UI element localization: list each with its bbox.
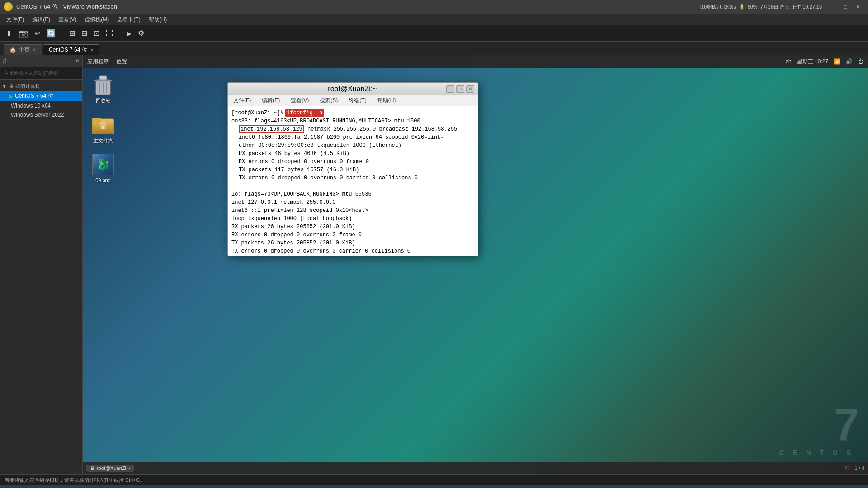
home-icon: 🏠 bbox=[9, 47, 16, 53]
menu-view[interactable]: 查看(V) bbox=[55, 15, 80, 24]
terminal-menubar: 文件(F) 编辑(E) 查看(V) 搜索(S) 终端(T) 帮助(H) bbox=[228, 95, 478, 106]
term-menu-help[interactable]: 帮助(H) bbox=[376, 96, 398, 105]
desktop-icon-home-folder[interactable]: 主文件夹 bbox=[87, 113, 119, 145]
term-menu-file[interactable]: 文件(F) bbox=[231, 96, 253, 105]
vmware-statusbar: 若要将输入定向到虚拟机，请将鼠标指针移入其中或按 Ctrl+G。 bbox=[0, 474, 868, 485]
tab-bar: 🏠 主页 ✕ CentOS 7 64 位 ✕ bbox=[0, 42, 868, 55]
sidebar-item-my-computer[interactable]: ▼ 🖥 我的计算机 bbox=[0, 81, 82, 91]
home-folder-label: 主文件夹 bbox=[92, 137, 114, 145]
sidebar-search-input[interactable] bbox=[0, 67, 82, 80]
svg-rect-9 bbox=[92, 118, 101, 122]
sidebar-close-icon[interactable]: ✕ bbox=[75, 58, 80, 64]
menu-edit[interactable]: 编辑(E) bbox=[28, 15, 54, 24]
sidebar-item-winserver[interactable]: Windows Server 2022 bbox=[0, 110, 82, 119]
taskbar-terminal-label: root@XuanZi:~ bbox=[97, 465, 130, 471]
tab-home[interactable]: 🏠 主页 ✕ bbox=[4, 44, 42, 55]
terminal-maximize-button[interactable]: □ bbox=[456, 85, 464, 93]
terminal-ip-highlight: inet 192.168.58.129 bbox=[239, 125, 304, 133]
centos-datetime: 星期三 10:27 bbox=[797, 58, 828, 66]
tab-centos-label: CentOS 7 64 位 bbox=[49, 46, 87, 54]
fullscreen-button[interactable]: ⛶ bbox=[104, 28, 115, 38]
sidebar-item-centos[interactable]: ▶ CentOS 7 64 位 bbox=[0, 91, 82, 101]
main-content: 库 ✕ ▼ 🖥 我的计算机 ▶ CentOS 7 64 位 Windows 10… bbox=[0, 55, 868, 474]
revert-button[interactable]: ↩ bbox=[33, 28, 42, 38]
image-thumbnail bbox=[92, 154, 114, 175]
vm-desktop[interactable]: 应用程序 位置 zh 星期三 10:27 📶 🔊 ⏻ bbox=[83, 55, 868, 474]
term-menu-search[interactable]: 搜索(S) bbox=[318, 96, 340, 105]
terminal-button[interactable]: ▶ bbox=[125, 29, 133, 38]
maximize-button[interactable]: □ bbox=[839, 2, 852, 11]
centos-lang: zh bbox=[786, 58, 792, 65]
terminal-prompt: [root@XuanZi ~]# bbox=[231, 109, 283, 117]
trash-icon bbox=[92, 73, 114, 95]
terminal-output-ens33-inet: inet 192.168.58.129 netmask 255.255.255.… bbox=[231, 125, 474, 133]
terminal-close-button[interactable]: ✕ bbox=[466, 85, 474, 93]
terminal-output-ens33-ether: ether 00:0c:29:c9:00:e8 txqueuelen 1000 … bbox=[231, 141, 474, 150]
terminal-title: root@XuanZi:~ bbox=[328, 85, 377, 93]
term-menu-terminal[interactable]: 终端(T) bbox=[347, 96, 368, 105]
tab-home-label: 主页 bbox=[19, 46, 30, 54]
power-icon: ⏻ bbox=[858, 58, 863, 65]
vmware-menubar: 文件(F) 编辑(E) 查看(V) 虚拟机(M) 选项卡(T) 帮助(H) bbox=[0, 14, 868, 25]
centos-places-menu[interactable]: 位置 bbox=[116, 58, 127, 66]
sidebar-header: 库 ✕ bbox=[0, 55, 82, 67]
sidebar-item-win10[interactable]: Windows 10 x64 bbox=[0, 101, 82, 110]
tab-centos-close[interactable]: ✕ bbox=[90, 47, 94, 52]
pause-button[interactable]: ⏸ bbox=[4, 28, 14, 38]
battery-icon: 🔋 bbox=[739, 4, 745, 10]
terminal-minimize-button[interactable]: ─ bbox=[446, 85, 454, 93]
terminal-output-ens33-tx1: TX packets 117 bytes 16757 (16.3 KiB) bbox=[231, 166, 474, 174]
close-button[interactable]: ✕ bbox=[852, 2, 864, 11]
page-indicator: 1 / 4 bbox=[855, 465, 864, 471]
terminal-output-lo-flags: lo: flags=73<UP,LOOPBACK,RUNNING> mtu 65… bbox=[231, 190, 474, 198]
desktop-icons: 回收站 bbox=[87, 73, 119, 183]
desktop-icon-trash[interactable]: 回收站 bbox=[87, 73, 119, 104]
terminal-output-lo-txerr: TX errors 0 dropped 0 overruns 0 carrier… bbox=[231, 247, 474, 255]
desktop-icon-image[interactable]: 09.png bbox=[87, 154, 119, 183]
terminal-output-ens33-flags: ens33: flags=4163<UP,BROADCAST,RUNNING,M… bbox=[231, 117, 474, 125]
terminal-window[interactable]: root@XuanZi:~ ─ □ ✕ 文件(F) 编辑(E) 查看(V) 搜索… bbox=[227, 82, 478, 256]
vmware-toolbar: ⏸ 📷 ↩ 🔄 ⊞ ⊟ ⊡ ⛶ ▶ ⚙ bbox=[0, 25, 868, 42]
refresh-button[interactable]: 🔄 bbox=[45, 28, 57, 38]
taskbar-terminal-item[interactable]: 🖥 root@XuanZi:~ bbox=[86, 465, 134, 472]
centos-apps-menu[interactable]: 应用程序 bbox=[87, 58, 109, 66]
menu-vm[interactable]: 虚拟机(M) bbox=[81, 15, 113, 24]
terminal-output-lo-rxerr: RX errors 0 dropped 0 overruns 0 frame 0 bbox=[231, 231, 474, 239]
centos-logo-text: C E N T O S bbox=[779, 449, 854, 456]
taskbar-terminal-icon: 🖥 bbox=[90, 465, 95, 471]
minimize-button[interactable]: ─ bbox=[826, 2, 839, 11]
term-menu-view[interactable]: 查看(V) bbox=[289, 96, 311, 105]
menu-file[interactable]: 文件(F) bbox=[3, 15, 28, 24]
vm-run-icon: ▶ bbox=[9, 93, 13, 99]
centos-label: CentOS 7 64 位 bbox=[15, 92, 53, 100]
terminal-output-lo-rx1: RX packets 26 bytes 205852 (201.0 KiB) bbox=[231, 223, 474, 231]
term-menu-edit[interactable]: 编辑(E) bbox=[260, 96, 282, 105]
terminal-prompt-line: [root@XuanZi ~]# ifconfig -a bbox=[231, 109, 474, 117]
view-button-1[interactable]: ⊞ bbox=[67, 28, 77, 38]
svg-rect-2 bbox=[99, 76, 107, 80]
settings-button[interactable]: ⚙ bbox=[136, 28, 146, 38]
view-button-3[interactable]: ⊡ bbox=[92, 28, 101, 38]
terminal-titlebar: root@XuanZi:~ ─ □ ✕ bbox=[228, 83, 478, 95]
terminal-output-ens33-inet6: inet6 fe80::1869:faf2:1587:b260 prefixle… bbox=[231, 133, 474, 141]
terminal-ens33-inet-rest: netmask 255.255.255.0 broadcast 192.168.… bbox=[304, 126, 457, 132]
terminal-body[interactable]: [root@XuanZi ~]# ifconfig -a ens33: flag… bbox=[228, 106, 478, 256]
vmware-titlebar: CentOS 7 64 位 - VMware Workstation 0.06K… bbox=[0, 0, 868, 14]
view-button-2[interactable]: ⊟ bbox=[80, 28, 89, 38]
terminal-controls[interactable]: ─ □ ✕ bbox=[446, 85, 474, 93]
menu-help[interactable]: 帮助(H) bbox=[145, 15, 171, 24]
centos-topbar: 应用程序 位置 zh 星期三 10:27 📶 🔊 ⏻ bbox=[83, 55, 868, 68]
menu-tabs[interactable]: 选项卡(T) bbox=[113, 15, 144, 24]
tab-home-close[interactable]: ✕ bbox=[33, 47, 36, 52]
window-controls[interactable]: ─ □ ✕ bbox=[826, 2, 864, 11]
systray: 0.06KB/s 0.0KB/s 🔋 60% 7月26日 周三 上午 10:27… bbox=[700, 4, 822, 10]
centos-desktop[interactable]: 应用程序 位置 zh 星期三 10:27 📶 🔊 ⏻ bbox=[83, 55, 868, 474]
winserver-label: Windows Server 2022 bbox=[11, 112, 64, 118]
snapshot-button[interactable]: 📷 bbox=[17, 28, 30, 38]
status-hint: 若要将输入定向到虚拟机，请将鼠标指针移入其中或按 Ctrl+G。 bbox=[5, 477, 145, 483]
tab-centos[interactable]: CentOS 7 64 位 ✕ bbox=[43, 44, 99, 55]
vmware-title: CentOS 7 64 位 - VMware Workstation bbox=[16, 3, 700, 11]
image-label: 09.png bbox=[94, 177, 112, 183]
terminal-output-ens33-txerr: TX errors 0 dropped 0 overruns 0 carrier… bbox=[231, 174, 474, 182]
svg-rect-12 bbox=[102, 126, 104, 129]
